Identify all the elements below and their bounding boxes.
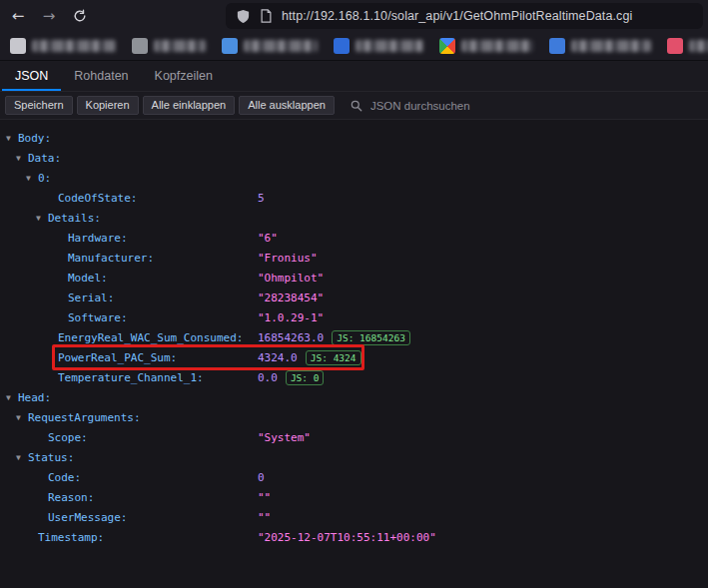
bookmark-item[interactable] — [439, 38, 533, 54]
page-info-icon[interactable] — [260, 9, 273, 23]
tree-value-wrap: "1.0.29-1" — [258, 311, 324, 324]
bookmark-item[interactable] — [334, 38, 423, 54]
tree-row: Timestamp:"2025-12-07T10:55:11+00:00" — [0, 527, 708, 547]
tree-key: Head: — [18, 391, 51, 404]
back-button[interactable]: ← — [5, 4, 31, 28]
tree-row[interactable]: ▼Head: — [0, 387, 708, 407]
bookmark-favicon-icon — [549, 38, 565, 54]
tree-key: Manufacturer: — [68, 252, 154, 265]
reload-button[interactable] — [67, 4, 93, 28]
url-bar[interactable]: http://192.168.1.10/solar_api/v1/GetOhmP… — [226, 3, 703, 29]
tree-value: "2025-12-07T10:55:11+00:00" — [258, 531, 436, 544]
bookmark-label-redacted — [154, 40, 206, 52]
toolbar-button-speichern[interactable]: Speichern — [5, 96, 73, 115]
bookmark-item[interactable] — [222, 38, 318, 54]
bookmark-item[interactable] — [667, 38, 708, 54]
tree-key: Body: — [18, 132, 51, 145]
tree-key: Model: — [68, 272, 108, 285]
toolbar-button-alle-ausklappen[interactable]: Alle ausklappen — [239, 96, 335, 115]
tree-row: Manufacturer:"Fronius" — [0, 248, 708, 268]
tree-value-wrap: "6" — [258, 232, 278, 245]
expander-icon[interactable]: ▼ — [16, 414, 28, 422]
bookmark-favicon-icon — [222, 38, 238, 54]
tree-value-wrap: 16854263.0JS: 16854263 — [258, 330, 410, 345]
tree-key: Timestamp: — [38, 531, 104, 544]
tree-value: "1.0.29-1" — [258, 311, 324, 324]
tree-key: Data: — [28, 152, 61, 165]
url-text: http://192.168.1.10/solar_api/v1/GetOhmP… — [282, 9, 632, 23]
js-value-badge: JS: 4324 — [306, 350, 361, 365]
tree-value-wrap: 0.0JS: 0 — [258, 370, 324, 385]
bookmark-item[interactable] — [549, 38, 651, 54]
tree-row: Model:"Ohmpilot" — [0, 268, 708, 288]
tree-row: Scope:"System" — [0, 427, 708, 447]
tree-key: RequestArguments: — [28, 411, 141, 424]
bookmark-label-redacted — [32, 40, 116, 52]
expander-icon[interactable]: ▼ — [16, 454, 28, 462]
tree-row[interactable]: ▼0: — [0, 168, 708, 188]
tree-key: CodeOfState: — [58, 192, 137, 205]
bookmark-favicon-icon — [334, 38, 350, 54]
bookmark-favicon-icon — [10, 38, 26, 54]
expander-icon[interactable]: ▼ — [16, 155, 28, 163]
tree-row: Serial:"28238454" — [0, 288, 708, 307]
forward-icon: → — [43, 9, 56, 24]
tab-json[interactable]: JSON — [2, 61, 61, 91]
bookmark-favicon-icon — [667, 38, 683, 54]
json-search-input[interactable] — [368, 99, 522, 113]
tree-row: Code:0 — [0, 467, 708, 487]
tree-value: 0 — [258, 471, 265, 484]
tree-key: Scope: — [48, 431, 88, 444]
tree-value: "" — [258, 511, 271, 524]
tree-key: Status: — [28, 451, 74, 464]
tree-key: PowerReal_PAC_Sum: — [58, 351, 177, 364]
tree-value: "" — [258, 491, 271, 504]
bookmark-favicon-icon — [439, 38, 455, 54]
expander-icon[interactable]: ▼ — [26, 175, 38, 183]
tree-value-wrap: 0 — [258, 471, 265, 484]
back-icon: ← — [12, 9, 25, 24]
tree-key: Hardware: — [68, 232, 128, 245]
tree-row[interactable]: ▼Details: — [0, 208, 708, 228]
bookmark-item[interactable] — [132, 38, 206, 54]
tree-value-wrap: "System" — [258, 431, 311, 444]
js-value-badge: JS: 16854263 — [332, 330, 410, 345]
bookmark-label-redacted — [571, 40, 651, 52]
expander-icon[interactable]: ▼ — [36, 215, 48, 223]
tab-kopfzeilen[interactable]: Kopfzeilen — [142, 61, 226, 91]
tree-row: PowerReal_PAC_Sum:4324.0JS: 4324 — [0, 347, 708, 367]
bookmark-label-redacted — [461, 40, 533, 52]
tree-row: UserMessage:"" — [0, 507, 708, 527]
tree-row[interactable]: ▼RequestArguments: — [0, 407, 708, 427]
tree-value-wrap: "28238454" — [258, 292, 324, 304]
tree-value: "28238454" — [258, 292, 324, 304]
tree-row[interactable]: ▼Data: — [0, 148, 708, 168]
expander-icon[interactable]: ▼ — [6, 394, 18, 402]
reload-icon — [73, 9, 87, 23]
tree-value: 4324.0 — [258, 351, 298, 364]
tree-value-wrap: 4324.0JS: 4324 — [258, 350, 361, 365]
toolbar-button-alle-einklappen[interactable]: Alle einklappen — [143, 96, 236, 115]
shield-icon[interactable] — [236, 9, 251, 24]
tree-value: 16854263.0 — [258, 331, 324, 344]
tree-key: Details: — [48, 212, 101, 225]
tree-value: "Fronius" — [258, 252, 318, 265]
tree-row[interactable]: ▼Body: — [0, 128, 708, 148]
tree-row[interactable]: ▼Status: — [0, 447, 708, 467]
bookmark-label-redacted — [244, 40, 318, 52]
toolbar-button-kopieren[interactable]: Kopieren — [77, 96, 139, 115]
json-viewer-toolbar: SpeichernKopierenAlle einklappenAlle aus… — [0, 92, 708, 120]
expander-icon[interactable]: ▼ — [6, 135, 18, 143]
bookmark-item[interactable] — [10, 38, 116, 54]
tab-rohdaten[interactable]: Rohdaten — [61, 61, 141, 91]
js-value-badge: JS: 0 — [286, 370, 325, 385]
tree-key: Temperature_Channel_1: — [58, 371, 204, 384]
json-viewer-tab-bar: JSONRohdatenKopfzeilen — [0, 61, 708, 92]
tree-value-wrap: "Ohmpilot" — [258, 272, 324, 285]
tree-key: EnergyReal_WAC_Sum_Consumed: — [58, 331, 243, 344]
bookmark-label-redacted — [355, 40, 423, 52]
tree-row: EnergyReal_WAC_Sum_Consumed:16854263.0JS… — [0, 327, 708, 347]
tree-value-wrap: "" — [258, 511, 271, 524]
forward-button[interactable]: → — [36, 4, 62, 28]
tree-row: Hardware:"6" — [0, 228, 708, 248]
